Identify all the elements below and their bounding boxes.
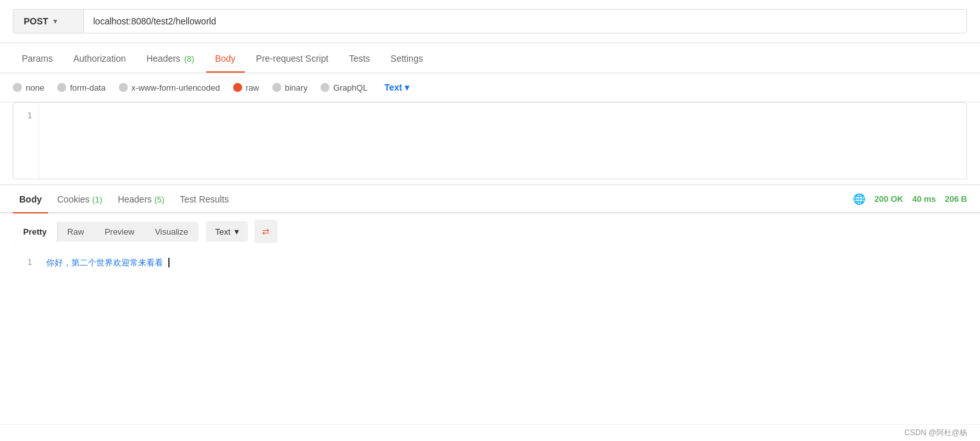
response-size: 206 B (945, 194, 967, 204)
globe-icon: 🌐 (853, 193, 866, 205)
response-time: 40 ms (912, 194, 936, 204)
radio-label-raw: raw (246, 83, 259, 93)
url-bar: POST ▾ (0, 0, 980, 43)
spacer (0, 179, 980, 184)
app-container: POST ▾ Params Authorization Headers (8) … (0, 0, 980, 441)
tab-headers[interactable]: Headers (8) (137, 43, 204, 73)
tab-params[interactable]: Params (13, 43, 62, 73)
radio-label-urlencoded: x-www-form-urlencoded (132, 83, 220, 93)
radio-none[interactable]: none (13, 83, 44, 93)
response-line-numbers: 1 (13, 249, 39, 424)
response-header: Body Cookies (1) Headers (5) Test Result… (0, 185, 980, 213)
wrap-lines-icon: ⇄ (262, 226, 270, 237)
request-body-input[interactable] (39, 103, 967, 179)
response-tools: Pretty Raw Preview Visualize Text ▾ ⇄ (0, 213, 980, 249)
tab-tests[interactable]: Tests (340, 43, 379, 73)
response-tab-headers[interactable]: Headers (5) (111, 185, 171, 212)
method-selector[interactable]: POST ▾ (13, 9, 83, 33)
tab-settings[interactable]: Settings (381, 43, 432, 73)
response-text-chevron-icon: ▾ (234, 226, 239, 237)
editor-line-numbers: 1 (13, 103, 39, 179)
radio-dot-form-data (57, 83, 66, 92)
response-tab-cookies[interactable]: Cookies (1) (51, 185, 109, 212)
format-tabs: Pretty Raw Preview Visualize (13, 222, 198, 242)
response-text-type-label: Text (215, 227, 231, 237)
text-type-label: Text (384, 82, 402, 93)
radio-urlencoded[interactable]: x-www-form-urlencoded (119, 83, 220, 93)
text-type-dropdown[interactable]: Text ▾ (384, 82, 409, 93)
radio-dot-binary (272, 83, 281, 92)
format-tab-pretty[interactable]: Pretty (13, 222, 57, 242)
text-type-chevron-icon: ▾ (405, 82, 409, 93)
response-tab-body[interactable]: Body (13, 185, 48, 212)
radio-label-none: none (26, 83, 44, 93)
radio-binary[interactable]: binary (272, 83, 308, 93)
radio-label-form-data: form-data (70, 83, 106, 93)
radio-label-graphql: GraphQL (333, 83, 367, 93)
url-input[interactable] (83, 9, 967, 33)
cursor (163, 258, 170, 267)
format-tab-raw[interactable]: Raw (57, 222, 94, 242)
format-tab-preview[interactable]: Preview (94, 222, 144, 242)
radio-dot-urlencoded (119, 83, 128, 92)
radio-dot-graphql (320, 83, 329, 92)
wrap-button[interactable]: ⇄ (254, 220, 277, 243)
radio-raw[interactable]: raw (233, 83, 259, 93)
response-text-type-dropdown[interactable]: Text ▾ (206, 221, 248, 242)
response-status: 200 OK (875, 194, 904, 204)
response-section: Body Cookies (1) Headers (5) Test Result… (0, 184, 980, 441)
method-chevron-icon: ▾ (53, 17, 57, 26)
footer-credit: CSDN @阿杜@杨 (904, 428, 967, 438)
radio-graphql[interactable]: GraphQL (320, 83, 367, 93)
format-tab-visualize[interactable]: Visualize (144, 222, 198, 242)
tab-prerequest[interactable]: Pre-request Script (247, 43, 338, 73)
radio-label-binary: binary (285, 83, 308, 93)
response-tab-test-results[interactable]: Test Results (173, 185, 235, 212)
radio-dot-raw (233, 83, 242, 92)
tab-authorization[interactable]: Authorization (64, 43, 135, 73)
cookies-badge: (1) (92, 195, 102, 204)
request-editor: 1 (13, 102, 967, 179)
response-tabs: Body Cookies (1) Headers (5) Test Result… (13, 185, 853, 212)
headers-badge: (8) (184, 54, 195, 64)
request-tabs: Params Authorization Headers (8) Body Pr… (0, 43, 980, 73)
response-content: 1 你好，第二个世界欢迎常来看看 (0, 249, 980, 424)
radio-dot-none (13, 83, 22, 92)
response-text: 你好，第二个世界欢迎常来看看 (39, 249, 967, 424)
tab-body[interactable]: Body (206, 43, 245, 73)
method-label: POST (24, 16, 48, 26)
body-type-bar: none form-data x-www-form-urlencoded raw… (0, 73, 980, 102)
footer: CSDN @阿杜@杨 (0, 424, 980, 441)
response-headers-badge: (5) (154, 195, 164, 204)
radio-form-data[interactable]: form-data (57, 83, 106, 93)
response-meta: 🌐 200 OK 40 ms 206 B (853, 193, 967, 205)
